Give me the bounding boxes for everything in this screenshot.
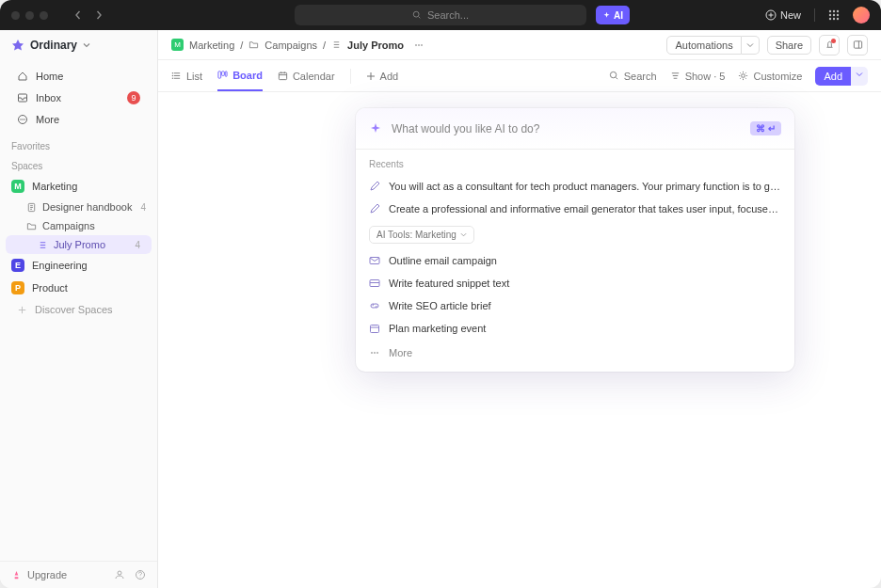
upgrade-label[interactable]: Upgrade: [27, 569, 67, 580]
more-icon[interactable]: [413, 40, 424, 51]
svg-point-4: [837, 10, 839, 12]
close-dot[interactable]: [11, 11, 20, 20]
header-row: M Marketing / Campaigns / July Promo Aut…: [158, 30, 881, 60]
help-icon[interactable]: [135, 569, 146, 580]
breadcrumb: M Marketing / Campaigns / July Promo: [171, 39, 424, 51]
spaces-header[interactable]: Spaces: [0, 155, 157, 175]
workspace-switcher[interactable]: Ordinary: [0, 30, 157, 60]
item-text: Outline email campaign: [389, 255, 497, 266]
chevron-down-icon: [746, 41, 754, 49]
share-button[interactable]: Share: [767, 36, 811, 55]
recent-item[interactable]: You will act as a consultant for tech pr…: [356, 175, 794, 198]
automations-dropdown[interactable]: [742, 36, 760, 55]
add-dropdown[interactable]: [851, 67, 868, 86]
favorites-header[interactable]: Favorites: [0, 135, 157, 155]
new-button[interactable]: New: [765, 9, 801, 21]
tool-seo-brief[interactable]: Write SEO article brief: [356, 294, 794, 317]
tab-list[interactable]: List: [171, 60, 202, 91]
space-marketing[interactable]: M Marketing: [0, 175, 157, 198]
sidebar-inbox[interactable]: Inbox 9: [6, 87, 152, 109]
upgrade-icon: [11, 570, 22, 580]
item-text: Plan marketing event: [389, 323, 486, 334]
space-name: Marketing: [32, 181, 77, 192]
item-text: Write featured snippet text: [389, 278, 509, 289]
tool-snippet[interactable]: Write featured snippet text: [356, 272, 794, 294]
space-engineering[interactable]: E Engineering: [0, 254, 157, 277]
ai-input[interactable]: What would you like AI to do? ⌘ ↵: [356, 108, 794, 149]
svg-point-21: [421, 44, 423, 46]
svg-point-6: [833, 14, 835, 16]
sidebar-footer: Upgrade: [0, 561, 157, 588]
item-label: Designer handbook: [42, 201, 132, 213]
space-badge: P: [11, 281, 24, 294]
tree-campaigns[interactable]: Campaigns: [0, 216, 157, 235]
filter-icon: [670, 71, 681, 81]
minimize-dot[interactable]: [25, 11, 34, 20]
gear-icon: [738, 71, 748, 81]
window-controls: [11, 11, 48, 20]
tab-calendar[interactable]: Calendar: [278, 60, 335, 91]
tab-add-view[interactable]: Add: [366, 60, 399, 91]
space-product[interactable]: P Product: [0, 277, 157, 299]
search-icon: [412, 10, 422, 20]
space-name: Engineering: [32, 260, 88, 271]
toolbar-search[interactable]: Search: [609, 71, 657, 82]
titlebar: Search... AI New: [0, 0, 881, 30]
divider: [814, 8, 815, 22]
search-input[interactable]: Search...: [295, 5, 586, 25]
ai-tools-filter[interactable]: AI Tools: Marketing: [369, 226, 474, 244]
forward-button[interactable]: [89, 6, 108, 24]
discover-spaces[interactable]: Discover Spaces: [6, 299, 152, 320]
automations-button[interactable]: Automations: [666, 36, 741, 55]
back-button[interactable]: [69, 6, 88, 24]
svg-point-31: [742, 74, 745, 78]
inbox-icon: [17, 92, 28, 103]
apps-icon[interactable]: [828, 9, 840, 21]
item-text: You will act as a consultant for tech pr…: [389, 181, 781, 192]
chevron-down-icon: [856, 71, 863, 78]
tree-july-promo[interactable]: July Promo 4: [6, 235, 152, 254]
user-avatar[interactable]: [853, 7, 870, 24]
workspace-name: Ordinary: [30, 39, 77, 52]
svg-point-20: [418, 44, 420, 46]
crumb-space[interactable]: Marketing: [189, 40, 234, 51]
sidebar-home[interactable]: Home: [6, 66, 152, 87]
ai-more[interactable]: More: [356, 340, 794, 372]
inbox-label: Inbox: [36, 92, 61, 103]
svg-point-30: [610, 72, 616, 77]
toolbar-show[interactable]: Show · 5: [670, 71, 726, 82]
toolbar-customize[interactable]: Customize: [738, 71, 802, 82]
panel-toggle-button[interactable]: [847, 35, 868, 56]
notifications-button[interactable]: [819, 35, 840, 56]
ai-button[interactable]: AI: [596, 6, 630, 24]
crumb-list[interactable]: July Promo: [347, 40, 404, 51]
more-label: More: [389, 347, 412, 358]
tab-divider: [350, 69, 351, 84]
svg-rect-22: [854, 41, 861, 48]
more-icon: [369, 347, 380, 358]
new-label: New: [780, 9, 801, 21]
tab-label: Add: [380, 71, 399, 82]
panel-icon: [853, 40, 863, 50]
svg-point-14: [22, 119, 23, 119]
sidebar-more[interactable]: More: [6, 109, 152, 130]
tool-outline-email[interactable]: Outline email campaign: [356, 249, 794, 272]
recent-item[interactable]: Create a professional and informative em…: [356, 198, 794, 220]
crumb-folder[interactable]: Campaigns: [264, 40, 317, 51]
tab-label: Calendar: [293, 71, 335, 82]
crumb-sep: /: [240, 40, 243, 51]
main-content: M Marketing / Campaigns / July Promo Aut…: [158, 30, 881, 588]
add-button[interactable]: Add: [815, 67, 851, 86]
tool-plan-event[interactable]: Plan marketing event: [356, 317, 794, 340]
user-icon[interactable]: [114, 569, 125, 580]
inbox-count-badge: 9: [127, 91, 140, 104]
tree-designer-handbook[interactable]: Designer handbook 4: [0, 198, 157, 216]
notification-dot: [831, 39, 836, 43]
maximize-dot[interactable]: [40, 11, 48, 20]
svg-rect-27: [222, 72, 225, 76]
tab-board[interactable]: Board: [217, 60, 263, 91]
svg-point-7: [837, 14, 839, 16]
svg-point-15: [24, 119, 24, 119]
svg-point-37: [376, 352, 378, 354]
folder-icon: [26, 221, 37, 231]
